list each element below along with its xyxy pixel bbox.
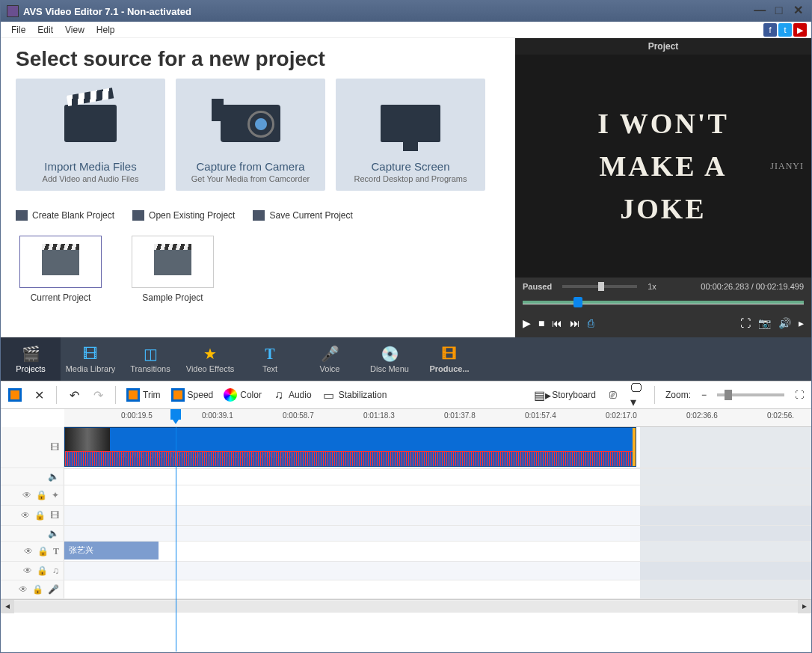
display-menu-button[interactable]: 🖵▾ — [630, 388, 644, 402]
clapperboard-icon — [154, 248, 191, 275]
zoom-slider[interactable] — [717, 393, 784, 396]
card-import-media[interactable]: Import Media Files Add Video and Audio F… — [16, 79, 165, 191]
playhead-handle[interactable] — [170, 409, 181, 420]
stabilization-icon: ▭ — [322, 388, 336, 402]
play-button[interactable]: ▶ — [523, 317, 531, 329]
minimize-button[interactable]: — — [752, 4, 767, 18]
eye-icon[interactable]: 👁 — [19, 584, 28, 595]
prev-frame-button[interactable]: ⏮ — [552, 317, 562, 329]
scrub-bar[interactable] — [523, 301, 804, 304]
preview-text: I WON'T MAKE A JOKE — [597, 102, 729, 230]
tab-disc-menu[interactable]: 💿Disc Menu — [360, 337, 419, 381]
video-clip[interactable]: fcCWIEkdlx07CFrP1wGk01041200KgvX0E010 — [64, 427, 636, 467]
speed-button[interactable]: Speed — [171, 388, 214, 402]
maximize-button[interactable]: □ — [772, 4, 787, 18]
menu-file[interactable]: File — [5, 23, 31, 37]
eye-icon[interactable]: 👁 — [21, 510, 30, 521]
ruler-tick: 0:02:56. — [767, 411, 794, 420]
card-capture-screen[interactable]: Capture Screen Record Desktop and Progra… — [336, 79, 485, 191]
tab-media-library[interactable]: 🎞Media Library — [61, 337, 120, 381]
delete-button[interactable]: ✕ — [32, 388, 46, 402]
trim-button[interactable]: Trim — [126, 388, 161, 402]
effects-track-icon: ✦ — [52, 490, 59, 500]
lock-icon[interactable]: 🔒 — [34, 510, 46, 521]
tab-transitions[interactable]: ◫Transitions — [120, 337, 180, 381]
text-clip[interactable]: 张艺兴 — [64, 542, 159, 560]
tab-voice[interactable]: 🎤Voice — [300, 337, 360, 381]
text-track-icon: T — [53, 546, 59, 557]
playback-speed: 1x — [648, 282, 656, 291]
snapshot-button[interactable]: 📷 — [758, 317, 771, 329]
scroll-left-button[interactable]: ◂ — [1, 600, 14, 613]
time-ruler[interactable]: 0:00:19.5 0:00:39.1 0:00:58.7 0:01:18.3 … — [64, 409, 811, 427]
microphone-icon: 🎤 — [321, 345, 339, 363]
save-current-project[interactable]: Save Current Project — [253, 210, 352, 221]
preview-watermark: JIANYI — [770, 159, 804, 173]
create-blank-project[interactable]: Create Blank Project — [16, 210, 114, 221]
fullscreen-button[interactable]: ⛶ — [740, 317, 751, 329]
stabilization-button[interactable]: ▭Stabilization — [322, 388, 387, 402]
film-icon — [8, 388, 22, 402]
camcorder-icon — [221, 105, 280, 142]
timeline-toolbar: ✕ ↶ ↷ Trim Speed Color ♫Audio ▭Stabiliza… — [1, 381, 811, 409]
volume-button[interactable]: 🔊 — [778, 317, 791, 329]
card-title: Import Media Files — [44, 160, 136, 173]
audio-button[interactable]: ♫Audio — [272, 388, 312, 402]
lock-icon[interactable]: 🔒 — [32, 584, 43, 595]
open-existing-project[interactable]: Open Existing Project — [132, 210, 235, 221]
lock-icon[interactable]: 🔒 — [36, 490, 47, 500]
close-button[interactable]: ✕ — [790, 4, 805, 18]
thumb-current-project[interactable]: Current Project — [16, 236, 105, 303]
playhead-line — [176, 427, 176, 652]
zoom-fit-button[interactable]: ⛶ — [795, 390, 804, 400]
preview-header: Project — [515, 38, 811, 55]
produce-icon: 🎞 — [442, 346, 457, 363]
tab-video-effects[interactable]: ★Video Effects — [180, 337, 240, 381]
color-button[interactable]: Color — [224, 388, 262, 402]
window-title: AVS Video Editor 7.1 - Non-activated — [23, 6, 751, 17]
source-panel: Select source for a new project Import M… — [1, 38, 515, 337]
speed-slider[interactable] — [562, 285, 637, 288]
speaker-icon: 🔈 — [48, 471, 59, 482]
tab-produce[interactable]: 🎞Produce... — [419, 337, 479, 381]
eye-icon[interactable]: 👁 — [23, 565, 32, 576]
next-frame-button[interactable]: ⏭ — [570, 317, 580, 329]
card-capture-camera[interactable]: Capture from Camera Get Your Media from … — [176, 79, 325, 191]
menu-help[interactable]: Help — [90, 23, 121, 37]
menu-edit[interactable]: Edit — [31, 23, 59, 37]
eye-icon[interactable]: 👁 — [24, 546, 33, 557]
clip-properties-button[interactable] — [8, 388, 22, 402]
speed-icon — [171, 388, 185, 402]
more-button[interactable]: ▸ — [799, 317, 804, 329]
lock-icon[interactable]: 🔒 — [37, 546, 49, 557]
clip-thumbnail — [65, 428, 110, 452]
preview-viewport[interactable]: I WON'T MAKE A JOKE JIANYI — [515, 55, 811, 278]
tab-projects[interactable]: 🎬Projects — [1, 337, 61, 381]
tab-text[interactable]: TText — [240, 337, 300, 381]
overlay-track-icon: 🎞 — [50, 510, 59, 521]
lock-icon[interactable]: 🔒 — [37, 565, 48, 576]
horizontal-scrollbar[interactable]: ◂ ▸ — [1, 599, 811, 613]
storyboard-button[interactable]: ▤▸Storyboard — [535, 388, 596, 402]
undo-icon: ↶ — [67, 388, 81, 402]
zoom-out-button[interactable]: − — [701, 390, 707, 400]
twitter-icon[interactable]: t — [778, 23, 792, 37]
card-subtitle: Get Your Media from Camcorder — [191, 174, 310, 183]
ruler-tick: 0:01:37.8 — [444, 411, 476, 420]
music-note-icon: ♫ — [272, 388, 286, 402]
split-button[interactable]: ⎙ — [588, 317, 594, 329]
tabs-bar: 🎬Projects 🎞Media Library ◫Transitions ★V… — [1, 337, 811, 381]
facebook-icon[interactable]: f — [763, 23, 777, 37]
audio-mix-button[interactable]: ⎚ — [606, 388, 620, 402]
star-icon: ★ — [203, 345, 217, 363]
menu-view[interactable]: View — [59, 23, 90, 37]
thumb-sample-project[interactable]: Sample Project — [128, 236, 218, 303]
redo-button[interactable]: ↷ — [91, 388, 105, 402]
scroll-right-button[interactable]: ▸ — [798, 600, 811, 613]
youtube-icon[interactable]: ▶ — [793, 23, 807, 37]
playback-time: 00:00:26.283 / 00:02:19.499 — [701, 282, 804, 291]
undo-button[interactable]: ↶ — [67, 388, 81, 402]
eye-icon[interactable]: 👁 — [22, 490, 31, 500]
stop-button[interactable]: ■ — [538, 317, 544, 329]
speaker-icon: 🔈 — [48, 528, 59, 539]
